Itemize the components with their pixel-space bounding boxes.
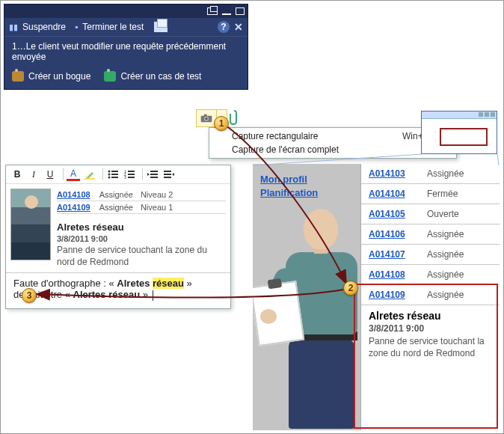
camera-icon xyxy=(200,114,212,123)
ticket-detail-card: Alretes réseau 3/8/2011 9:00 Panne de se… xyxy=(57,221,226,268)
testcase-icon xyxy=(104,71,116,82)
ticket-link[interactable]: A014109 xyxy=(57,203,90,212)
svg-rect-21 xyxy=(164,174,171,175)
bullet-list-button[interactable] xyxy=(106,168,120,181)
table-row[interactable]: A014108 Assignée Niveau 2 xyxy=(57,189,226,201)
table-row[interactable]: A014104Fermée xyxy=(361,184,500,204)
capture-rect-item[interactable]: Capture rectangulaire Win+Ctrl+C xyxy=(209,129,456,143)
ticket-description: Panne de service touchant la zone du nor… xyxy=(57,245,226,268)
svg-point-9 xyxy=(108,177,111,179)
svg-text:3: 3 xyxy=(124,175,126,179)
highlight-button[interactable] xyxy=(83,168,96,181)
ticket-detail: Alretes réseau 3/8/2011 9:00 Panne de se… xyxy=(361,305,500,359)
bold-button[interactable]: B xyxy=(10,168,24,181)
create-bug-button[interactable]: Créer un bogue xyxy=(12,71,90,82)
test-step-text: 1…Le client veut modifier une requête pr… xyxy=(12,41,240,62)
svg-point-7 xyxy=(108,174,111,176)
screens-icon[interactable] xyxy=(154,22,168,32)
planning-link[interactable]: Planification xyxy=(260,186,318,200)
app-right-pane: A014103Assignée A014104Fermée A014105Ouv… xyxy=(360,164,500,430)
detail-description: Panne de service touchant la zone du nor… xyxy=(369,335,492,359)
table-row[interactable]: A014108Assignée xyxy=(361,265,500,285)
callout-badge-2: 2 xyxy=(343,281,358,296)
suspend-button[interactable]: Suspendre xyxy=(22,22,66,32)
close-icon[interactable]: ✕ xyxy=(234,21,243,33)
table-row[interactable]: A014106Assignée xyxy=(361,224,500,245)
result-editor-panel: B I U A 123 A014108 Assignée Niveau 2 xyxy=(5,165,231,309)
svg-rect-10 xyxy=(111,177,118,178)
svg-rect-6 xyxy=(111,171,118,172)
svg-rect-1 xyxy=(204,114,207,117)
end-test-button[interactable]: Terminer le test xyxy=(82,22,144,32)
table-row[interactable]: A014107Assignée xyxy=(361,245,500,265)
target-app-view: Mon profil Planification A014103Assignée… xyxy=(253,164,500,430)
svg-rect-14 xyxy=(128,174,135,175)
ticket-link[interactable]: A014105 xyxy=(369,209,427,219)
capture-menu: Capture rectangulaire Win+Ctrl+C Capture… xyxy=(209,127,457,159)
svg-rect-4 xyxy=(84,178,95,180)
ticket-link[interactable]: A014109 xyxy=(369,290,427,300)
ticket-grid: A014103Assignée A014104Fermée A014105Ouv… xyxy=(361,164,500,305)
ticket-link[interactable]: A014103 xyxy=(369,168,427,179)
maximize-icon[interactable] xyxy=(236,7,245,15)
table-row[interactable]: A014109Assignée xyxy=(361,285,500,305)
ticket-link[interactable]: A014108 xyxy=(57,190,90,199)
svg-rect-20 xyxy=(164,171,171,172)
technician-image xyxy=(253,200,360,429)
minimize-icon[interactable] xyxy=(222,13,231,15)
svg-point-3 xyxy=(205,117,207,120)
text-cursor xyxy=(153,290,153,301)
detail-datetime: 3/8/2011 9:00 xyxy=(369,323,492,334)
screenshot-thumbnail[interactable] xyxy=(10,189,51,260)
mini-window-titlebar xyxy=(422,111,497,119)
flag-icon: ▪ xyxy=(75,22,78,32)
italic-button[interactable]: I xyxy=(27,168,40,181)
runner-toolbar: ▮▮ Suspendre ▪ Terminer le test ? ✕ xyxy=(4,18,248,37)
restore-icon[interactable] xyxy=(207,7,218,15)
callout-badge-1: 1 xyxy=(214,116,229,131)
profile-link[interactable]: Mon profil xyxy=(260,173,318,186)
svg-rect-17 xyxy=(150,171,158,172)
table-row[interactable]: A014105Ouverte xyxy=(361,204,500,224)
attach-icon[interactable] xyxy=(230,109,242,126)
app-left-pane: Mon profil Planification xyxy=(253,164,360,430)
ticket-title: Alretes réseau xyxy=(57,221,226,233)
pause-icon: ▮▮ xyxy=(9,22,18,32)
tester-note-textarea[interactable]: Faute d'orthographe : « Alretes réseau »… xyxy=(6,273,230,308)
detail-title: Alretes réseau xyxy=(369,310,492,322)
svg-point-5 xyxy=(108,171,111,173)
bug-icon xyxy=(12,71,24,82)
create-testcase-button[interactable]: Créer un cas de test xyxy=(104,71,201,82)
svg-rect-16 xyxy=(128,177,135,178)
outdent-button[interactable] xyxy=(146,168,159,181)
font-color-button[interactable]: A xyxy=(67,168,80,181)
ticket-link[interactable]: A014108 xyxy=(369,269,427,280)
svg-rect-12 xyxy=(128,171,135,172)
test-runner-panel: ▮▮ Suspendre ▪ Terminer le test ? ✕ 1…Le… xyxy=(4,4,248,90)
table-row[interactable]: A014103Assignée xyxy=(361,164,500,184)
number-list-button[interactable]: 123 xyxy=(123,168,136,181)
ticket-link[interactable]: A014104 xyxy=(369,189,427,199)
underline-button[interactable]: U xyxy=(43,168,57,181)
table-row[interactable]: A014109 Assignée Niveau 1 xyxy=(57,201,226,214)
editor-toolbar: B I U A 123 xyxy=(6,165,230,184)
help-icon[interactable]: ? xyxy=(218,21,230,33)
editor-attachment-area: A014108 Assignée Niveau 2 A014109 Assign… xyxy=(6,184,230,273)
ticket-link[interactable]: A014106 xyxy=(369,229,427,239)
runner-titlebar xyxy=(4,4,248,18)
target-window-preview xyxy=(421,111,497,154)
ticket-mini-table: A014108 Assignée Niveau 2 A014109 Assign… xyxy=(57,189,226,268)
svg-rect-22 xyxy=(164,177,171,178)
ticket-link[interactable]: A014107 xyxy=(369,249,427,260)
svg-rect-8 xyxy=(111,174,118,175)
indent-button[interactable] xyxy=(162,168,176,181)
svg-rect-18 xyxy=(150,174,158,175)
svg-rect-19 xyxy=(150,177,158,178)
ticket-datetime: 3/8/2011 9:00 xyxy=(57,234,226,243)
callout-badge-3: 3 xyxy=(22,288,37,303)
mini-selection-rect xyxy=(440,128,488,146)
capture-fullscreen-item[interactable]: Capture de l'écran complet xyxy=(209,143,456,156)
